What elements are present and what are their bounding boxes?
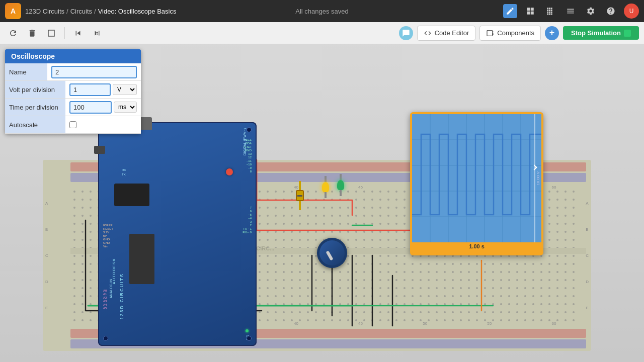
top-bar: A 123D Circuits / Circuits / Video: Osci… xyxy=(0,0,644,22)
breadcrumb: 123D Circuits / Circuits / Video: Oscill… xyxy=(25,8,176,15)
oscilloscope-screen: 10.00 V xyxy=(412,114,541,242)
stop-sim-label: Stop Simulation xyxy=(571,29,621,37)
osc-volt-row: Volt per division V mV xyxy=(5,81,141,99)
power-pins: IOREF RESET 3.3V 5V GND GND Vin xyxy=(103,224,113,248)
osc-time-row: Time per division ms s μs xyxy=(5,99,141,116)
mounting-hole-br xyxy=(247,336,252,341)
osc-volt-unit-select[interactable]: V mV xyxy=(113,84,137,95)
digital-pins-2: 7 6 ~5 ~4 ~3 2 TX→1 RX←0 xyxy=(243,206,252,234)
chat-icon[interactable] xyxy=(399,26,413,40)
rx-tx-leds: RX TX xyxy=(122,168,126,176)
mounting-hole-tr xyxy=(247,127,252,132)
oscilloscope-panel: Oscilloscope Name Volt per division V mV xyxy=(5,49,141,134)
osc-grid-lines xyxy=(412,114,541,242)
reset-button[interactable] xyxy=(226,168,233,175)
led-yellow[interactable] xyxy=(322,176,329,198)
svg-rect-3 xyxy=(412,114,541,242)
breadcrumb-page: Video: Oscilloscope Basics xyxy=(98,8,177,15)
voltage-scale: 10.00 V xyxy=(536,114,540,242)
oscilloscope-panel-title: Oscilloscope xyxy=(5,49,141,63)
osc-name-row: Name xyxy=(5,63,141,81)
osc-time-unit-select[interactable]: ms s μs xyxy=(114,102,137,113)
delete-button[interactable] xyxy=(24,25,40,41)
settings-icon[interactable] xyxy=(584,4,598,18)
oscilloscope-display[interactable]: 10.00 V 1.00 s xyxy=(410,112,543,255)
circuit-area[interactable]: 25 30 35 40 45 50 55 60 A B C D E A xyxy=(0,44,644,362)
components-button[interactable]: Components xyxy=(479,26,541,41)
analog-pins: A0 A1 A2 A3 A4 A5 xyxy=(103,289,107,310)
osc-volt-label: Volt per division xyxy=(5,81,65,98)
layout-icon[interactable] xyxy=(523,4,537,18)
grid-icon[interactable] xyxy=(543,4,557,18)
osc-autoscale-label: Autoscale xyxy=(5,116,65,133)
next-button[interactable] xyxy=(89,25,105,41)
osc-volt-unit: V mV xyxy=(113,84,137,95)
save-status: All changes saved xyxy=(295,8,349,15)
power-jack xyxy=(94,146,105,154)
mounting-hole-bl xyxy=(103,336,108,341)
main-area: 25 30 35 40 45 50 55 60 A B C D E A xyxy=(0,44,644,362)
resistor[interactable] xyxy=(296,181,304,210)
arduino-model: 123D CIRCUITS xyxy=(119,273,124,320)
arduino-uno: AUTODESK 123D CIRCUITS SCL SDA AREF GND … xyxy=(98,122,257,346)
add-component-button[interactable]: + xyxy=(545,26,559,40)
potentiometer[interactable] xyxy=(317,238,347,268)
stop-sim-icon xyxy=(624,30,631,37)
breadcrumb-section[interactable]: Circuits xyxy=(70,8,92,15)
osc-autoscale-checkbox[interactable] xyxy=(69,121,76,128)
select-button[interactable] xyxy=(43,25,59,41)
toolbar-right: Code Editor Components + Stop Simulation xyxy=(399,26,639,41)
oscilloscope-panel-body: Name Volt per division V mV xyxy=(5,63,141,134)
stop-simulation-button[interactable]: Stop Simulation xyxy=(563,26,639,40)
osc-time-unit: ms s μs xyxy=(114,102,137,113)
help-icon[interactable] xyxy=(604,4,618,18)
code-editor-button[interactable]: Code Editor xyxy=(417,26,476,41)
list-icon[interactable] xyxy=(564,4,578,18)
toolbar-separator xyxy=(64,27,65,39)
power-led xyxy=(246,329,249,332)
ic-chip-2 xyxy=(129,234,154,284)
osc-time-input[interactable] xyxy=(69,101,112,114)
refresh-button[interactable] xyxy=(5,25,21,41)
led-green[interactable] xyxy=(337,174,344,196)
osc-volt-input[interactable] xyxy=(69,83,111,96)
logo-text: A xyxy=(11,7,16,15)
cursor-line xyxy=(534,114,535,242)
analog-label: ANALOG IN xyxy=(109,279,113,298)
ic-chip xyxy=(114,184,149,206)
osc-autoscale-row: Autoscale xyxy=(5,116,141,134)
osc-name-label: Name xyxy=(5,63,47,80)
osc-name-input[interactable] xyxy=(51,66,137,78)
row-letters-right: A B C D E xyxy=(586,190,589,321)
toolbar: Code Editor Components + Stop Simulation xyxy=(0,22,644,44)
breadcrumb-root[interactable]: 123D Circuits xyxy=(25,8,64,15)
code-editor-label: Code Editor xyxy=(435,29,469,37)
app-logo[interactable]: A xyxy=(5,3,21,19)
osc-time-label: Time per division xyxy=(5,99,65,116)
topbar-right: U xyxy=(503,4,639,19)
row-letters-left: A B C D E xyxy=(45,190,48,321)
edit-mode-icon[interactable] xyxy=(503,4,517,18)
user-avatar[interactable]: U xyxy=(624,4,639,19)
components-label: Components xyxy=(497,29,534,37)
digital-label: DIGITAL (PWM~) xyxy=(243,128,247,155)
prev-button[interactable] xyxy=(70,25,86,41)
oscilloscope-time-label: 1.00 s xyxy=(412,242,541,250)
